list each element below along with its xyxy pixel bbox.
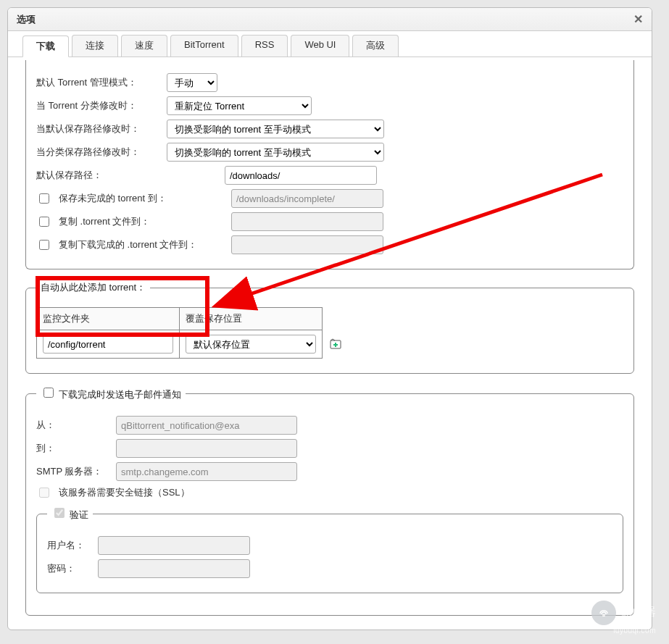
email-auth-legend-text: 验证	[70, 509, 88, 520]
dialog-window: 选项 ✕ 下载 连接 速度 BitTorrent RSS Web UI 高级 默…	[7, 7, 652, 630]
svg-rect-4	[602, 614, 605, 616]
copy-completed-input	[231, 235, 383, 254]
email-legend: 下载完成时发送电子邮件通知	[36, 385, 186, 401]
table-row: 默认保存位置	[37, 330, 323, 359]
watch-override-select[interactable]: 默认保存位置	[186, 335, 316, 354]
watermark: 路由器 luyouqi.com	[591, 601, 656, 635]
auth-pass-input	[98, 559, 250, 578]
tab-webui[interactable]: Web UI	[291, 35, 349, 57]
auth-user-label: 用户名：	[47, 539, 91, 552]
tab-advanced[interactable]: 高级	[352, 35, 399, 57]
email-smtp-label: SMTP 服务器：	[36, 465, 109, 478]
email-ssl-label: 该服务器需要安全链接（SSL）	[59, 486, 190, 499]
email-enable-checkbox[interactable]	[43, 388, 54, 398]
watermark-logo-icon	[591, 601, 616, 625]
exec-legend: Torrent 完成时运行外部程序	[36, 627, 179, 630]
watch-folder-legend: 自动从此处添加 torrent：	[36, 281, 150, 294]
email-smtp-input	[116, 462, 297, 481]
tab-speed[interactable]: 速度	[121, 35, 167, 57]
email-auth-section: 验证 用户名： 密码：	[36, 506, 623, 593]
copy-completed-checkbox[interactable]	[39, 240, 49, 250]
watermark-brand: 路由器	[621, 606, 656, 618]
save-incomplete-label: 保存未完成的 torrent 到：	[59, 192, 224, 205]
email-from-input	[116, 416, 297, 435]
exec-section: Torrent 完成时运行外部程序 支持的参数（区分大小写）：	[25, 627, 634, 630]
dialog-body[interactable]: 默认 Torrent 管理模式： 手动 当 Torrent 分类修改时： 重新定…	[8, 57, 652, 630]
category-change-select[interactable]: 重新定位 Torrent	[167, 96, 312, 115]
auth-user-input	[98, 536, 250, 555]
email-to-input	[116, 439, 297, 458]
tab-connection[interactable]: 连接	[72, 35, 118, 57]
title-bar: 选项 ✕	[8, 8, 652, 31]
auth-pass-label: 密码：	[47, 562, 91, 575]
tab-bar: 下载 连接 速度 BitTorrent RSS Web UI 高级	[8, 31, 652, 57]
default-mgmt-label: 默认 Torrent 管理模式：	[36, 76, 159, 89]
copy-completed-label: 复制下载完成的 .torrent 文件到：	[59, 238, 224, 251]
save-incomplete-checkbox[interactable]	[39, 193, 49, 204]
default-path-change-label: 当默认保存路径修改时：	[36, 122, 159, 135]
email-from-label: 从：	[36, 419, 109, 432]
management-section: 默认 Torrent 管理模式： 手动 当 Torrent 分类修改时： 重新定…	[25, 60, 634, 269]
default-save-path-input[interactable]	[225, 166, 377, 185]
email-auth-legend: 验证	[47, 506, 93, 522]
default-path-change-select[interactable]: 切换受影响的 torrent 至手动模式	[167, 120, 384, 138]
dialog-title: 选项	[17, 13, 36, 26]
watch-folder-table: 监控文件夹 覆盖保存位置 默认保存位置	[36, 307, 323, 359]
email-legend-text: 下载完成时发送电子邮件通知	[59, 389, 181, 400]
tab-rss[interactable]: RSS	[241, 35, 288, 57]
category-change-label: 当 Torrent 分类修改时：	[36, 99, 159, 112]
category-path-change-select[interactable]: 切换受影响的 torrent 至手动模式	[167, 143, 384, 162]
watch-folder-section: 自动从此处添加 torrent： 监控文件夹 覆盖保存位置 默认保存位置	[25, 281, 634, 374]
email-ssl-checkbox	[39, 488, 49, 498]
email-section: 下载完成时发送电子邮件通知 从： 到： SMTP 服务器： 该服务器需要安全链接…	[25, 385, 634, 616]
email-to-label: 到：	[36, 442, 109, 455]
watch-col-override: 覆盖保存位置	[180, 308, 323, 330]
email-auth-checkbox	[54, 508, 65, 518]
close-icon[interactable]: ✕	[633, 12, 643, 26]
tab-bittorrent[interactable]: BitTorrent	[170, 35, 238, 57]
tab-download[interactable]: 下载	[22, 35, 69, 57]
copy-torrent-label: 复制 .torrent 文件到：	[59, 215, 224, 228]
watch-col-folder: 监控文件夹	[37, 308, 180, 330]
save-incomplete-input	[231, 189, 383, 208]
watch-folder-input[interactable]	[43, 335, 173, 354]
category-path-change-label: 当分类保存路径修改时：	[36, 146, 159, 159]
default-mgmt-select[interactable]: 手动	[167, 73, 217, 92]
add-watch-folder-icon[interactable]	[330, 338, 341, 359]
copy-torrent-input	[231, 212, 383, 231]
default-save-path-label: 默认保存路径：	[36, 169, 217, 182]
copy-torrent-checkbox[interactable]	[39, 217, 49, 227]
table-header-row: 监控文件夹 覆盖保存位置	[37, 308, 323, 330]
watermark-url: luyouqi.com	[613, 627, 656, 635]
